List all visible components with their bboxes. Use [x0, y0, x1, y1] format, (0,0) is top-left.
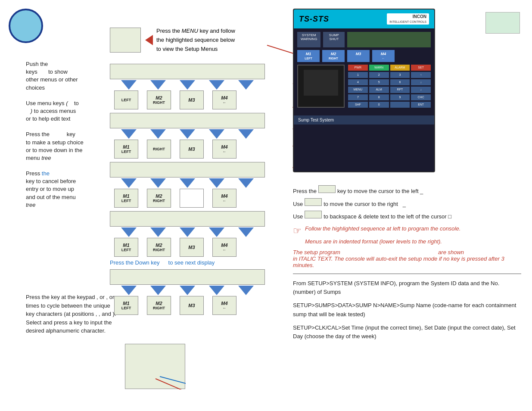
kp-0[interactable]: 0: [369, 102, 389, 108]
kp-3[interactable]: 3: [390, 72, 410, 78]
arrow-down-23: [180, 286, 195, 295]
use-menu-keys-text: Use menu keys ( to ) to access menusor t…: [26, 100, 79, 122]
right-keypad: PWR WARN ALARM SET 1 2 3 ↑ 4 5 6 ↓ MENU …: [348, 65, 431, 108]
status-bar: [347, 32, 431, 47]
italic-note3-part2: are shown: [438, 249, 464, 255]
arrow-down-5: [238, 80, 254, 90]
italic-note3-part3: in ITALIC TEXT. The console will auto-ex…: [293, 255, 504, 268]
screen-inner: [304, 70, 338, 96]
kp-menu[interactable]: MENU: [348, 87, 368, 93]
key-m4-1[interactable]: M4 ←: [212, 90, 236, 109]
bottom-text-2: SETUP>SUMPS>DATA>SUMP N>NAME>Sump Name (…: [293, 301, 521, 319]
device-footer: Sump Test System: [294, 115, 434, 125]
kp-6[interactable]: 6: [390, 79, 410, 85]
key-m4-5[interactable]: M4 ←: [212, 296, 236, 315]
kp-alarm2[interactable]: ALM: [369, 87, 389, 93]
key-right-2[interactable]: RIGHT: [147, 140, 171, 159]
device-m4[interactable]: M4←: [372, 50, 395, 62]
device-m3[interactable]: M3: [347, 50, 370, 62]
kp-1[interactable]: 1: [348, 72, 368, 78]
kp-choice[interactable]: CHC: [411, 94, 431, 100]
arrow-down-12: [150, 178, 166, 188]
arrow-down-7: [150, 129, 166, 139]
kp-up[interactable]: ↑: [411, 72, 431, 78]
left-instruction-labels: Push thekeys to showother menus or other…: [26, 60, 110, 217]
key-m4-3[interactable]: M4 ←: [212, 189, 236, 208]
menu-row-2: M1 LEFT RIGHT M3 M4 ←: [110, 113, 282, 159]
incon-logo: INCON INTELLIGENT CONTROLS: [387, 13, 429, 25]
bottom-text-1: From SETUP>SYSTEM (SYSTEM INFO), program…: [293, 279, 521, 297]
kp-4[interactable]: 4: [348, 79, 368, 85]
right-instructions-section: Press the key to move the cursor to the …: [293, 185, 521, 346]
arrow-down-19: [209, 227, 224, 237]
key-left-1[interactable]: LEFT: [114, 90, 138, 109]
device-panel: TS-STS INCON INTELLIGENT CONTROLS SYSTEM…: [293, 9, 435, 172]
device-m2[interactable]: M2RIGHT: [322, 50, 345, 62]
key-m3-4[interactable]: M3: [180, 238, 204, 257]
press-cancel-text: Press thekey to cancel beforeentry or to…: [26, 170, 76, 208]
device-m-btn-row: M1LEFT M2RIGHT M3 M4←: [297, 50, 431, 62]
menu-key-box: [110, 28, 141, 53]
kp-down2[interactable]: ↓: [411, 87, 431, 93]
menu-row-1: LEFT M2 RIGHT M3 M4 ←: [110, 64, 282, 109]
arrow-down-8: [180, 129, 195, 139]
svg-line-6: [156, 379, 186, 389]
kp-7[interactable]: 7: [348, 94, 368, 100]
push-keys-text: Push thekeys to showother menus or other…: [26, 61, 78, 91]
the-blue-text: the: [42, 170, 50, 177]
italic-note3-section: The setup program are shown in ITALIC TE…: [293, 249, 521, 268]
divider: [293, 274, 521, 274]
bottom-keypad-illustration: [125, 344, 194, 395]
menu-key-label: MENU: [182, 28, 198, 34]
kp-report[interactable]: RPT: [390, 87, 410, 93]
key-m4-2[interactable]: M4 ←: [212, 140, 236, 159]
arrow-down-3: [180, 80, 195, 90]
kp-alarm[interactable]: ALARM: [390, 65, 410, 71]
key-m1-4[interactable]: M1 LEFT: [114, 238, 138, 257]
kp-2[interactable]: 2: [369, 72, 389, 78]
incon-text: INCON: [413, 14, 426, 19]
press-enter-text: Press the keyto make a setup choiceor to…: [26, 131, 84, 161]
key-m3-5[interactable]: M3: [180, 296, 204, 315]
key-m1-2[interactable]: M1 LEFT: [114, 140, 138, 159]
key-m2-1[interactable]: M2 RIGHT: [147, 90, 171, 109]
key-m3-2[interactable]: M3: [180, 140, 204, 159]
italic-note1: Follow the highlighted sequence at left …: [305, 225, 460, 232]
incon-sub: INTELLIGENT CONTROLS: [389, 20, 426, 23]
key-m3-1[interactable]: M3: [180, 90, 204, 109]
arrow-down-18: [180, 227, 195, 237]
system-warning-btn[interactable]: SYSTEMWARNING: [297, 32, 320, 47]
hand-note-text: Follow the highlighted sequence at left …: [305, 225, 460, 245]
kp-power[interactable]: PWR: [348, 65, 368, 71]
device-status-row: SYSTEMWARNING SUMPSHUT: [297, 32, 431, 47]
kp-enter[interactable]: ENT: [411, 102, 431, 108]
arrow-down-4: [209, 80, 224, 90]
device-m1[interactable]: M1LEFT: [297, 50, 320, 62]
kp-set[interactable]: SET: [411, 65, 431, 71]
kp-5[interactable]: 5: [369, 79, 389, 85]
menu-display-bar-3: [110, 162, 265, 177]
press-menu-line4: to view the Setup Menus: [156, 46, 218, 52]
kp-9[interactable]: 9: [390, 94, 410, 100]
key-m1-5[interactable]: M1 LEFT: [114, 296, 138, 315]
key-m2-5[interactable]: M2 RIGHT: [147, 296, 171, 315]
arrows-row-1: [110, 80, 265, 90]
button-row-4: M1 LEFT M2 RIGHT M3 M4 ←: [110, 238, 282, 257]
arrow-down-2: [150, 80, 166, 90]
backspace-key: [305, 211, 322, 218]
sump-shut-btn[interactable]: SUMPSHUT: [323, 32, 345, 47]
kp-dn[interactable]: ↓: [411, 79, 431, 85]
push-keys-label: Push thekeys to showother menus or other…: [26, 60, 110, 92]
key-m4-4[interactable]: M4 ←: [212, 238, 236, 257]
cursor-right-row: Use to move the cursor to the right _: [293, 198, 521, 209]
arrow-down-14: [209, 178, 224, 188]
key-m2-4[interactable]: M2 RIGHT: [147, 238, 171, 257]
arrow-down-21: [121, 286, 137, 295]
kp-warning[interactable]: WARN: [369, 65, 389, 71]
button-row-3: M1 LEFT M2 RIGHT M4 ←: [110, 189, 282, 208]
kp-shift[interactable]: SHF: [348, 102, 368, 108]
key-m1-3[interactable]: M1 LEFT: [114, 189, 138, 208]
key-m2-3[interactable]: M2 RIGHT: [147, 189, 171, 208]
kp-8[interactable]: 8: [369, 94, 389, 100]
press-cancel-label: Press thekey to cancel beforeentry or to…: [26, 170, 110, 209]
